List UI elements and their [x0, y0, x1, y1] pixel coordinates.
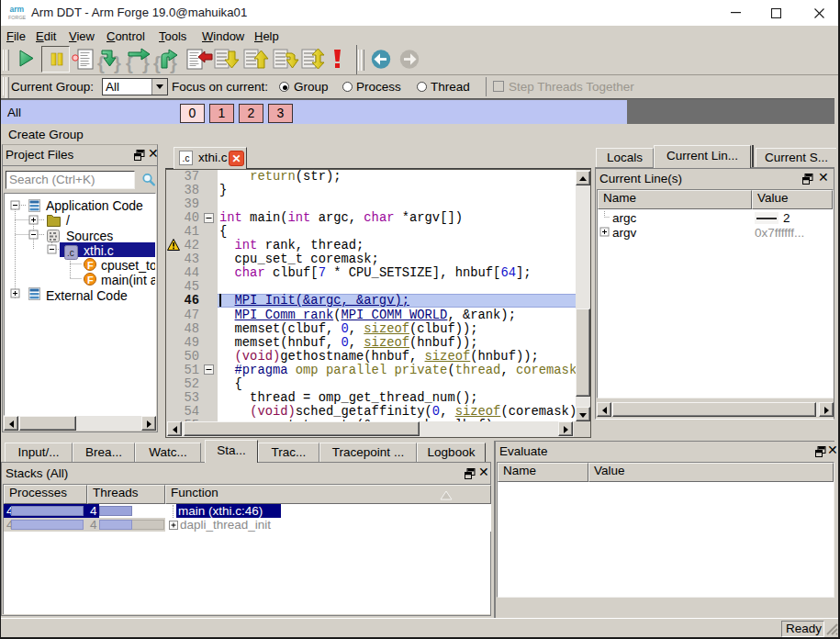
svg-text:F: F	[87, 260, 94, 271]
svg-text:FORGE: FORGE	[8, 15, 26, 20]
svg-text:.c: .c	[67, 248, 74, 258]
svg-text:arm: arm	[10, 5, 25, 14]
